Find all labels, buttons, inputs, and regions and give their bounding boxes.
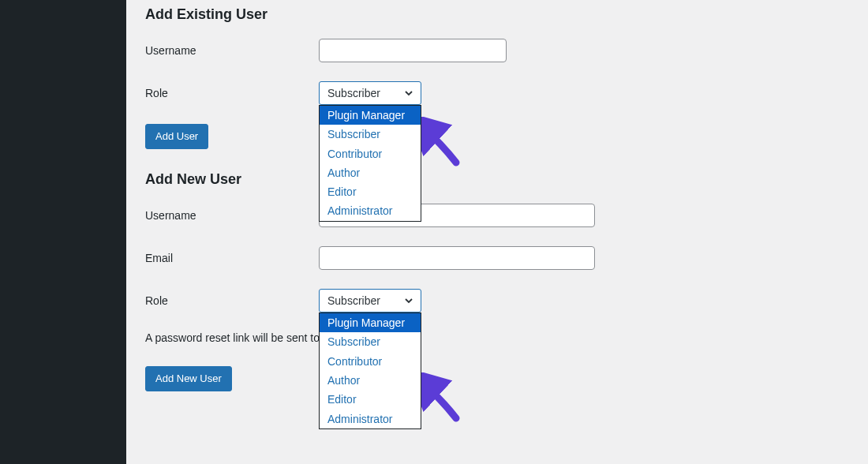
email-input-new[interactable] <box>319 246 595 270</box>
username-row-existing: Username <box>145 39 849 62</box>
role-row-new: Role Subscriber Plugin Manager Subscribe… <box>145 289 849 312</box>
dropdown-option[interactable]: Editor <box>320 182 421 201</box>
role-selected-text-existing: Subscriber <box>327 87 380 99</box>
username-input-existing[interactable] <box>319 39 507 62</box>
username-label-new: Username <box>145 209 319 222</box>
dropdown-option[interactable]: Subscriber <box>320 125 421 144</box>
dropdown-option[interactable]: Administrator <box>320 410 421 428</box>
role-selected-text-new: Subscriber <box>327 294 380 307</box>
dropdown-option[interactable]: Subscriber <box>320 332 421 351</box>
email-row-new: Email <box>145 246 849 270</box>
section-heading-new: Add New User <box>145 171 849 188</box>
role-dropdown-existing: Plugin Manager Subscriber Contributor Au… <box>319 105 421 222</box>
section-heading-existing: Add Existing User <box>145 6 849 23</box>
add-existing-user-section: Add Existing User Username Role Subscrib… <box>145 6 849 149</box>
add-new-user-section: Add New User Username Email Role Subscri… <box>145 171 849 391</box>
role-label-new: Role <box>145 294 319 307</box>
chevron-down-icon <box>403 88 414 99</box>
chevron-down-icon <box>403 295 414 306</box>
role-label-existing: Role <box>145 87 319 99</box>
password-reset-help: A password reset link will be sent to <box>145 331 849 344</box>
role-dropdown-new: Plugin Manager Subscriber Contributor Au… <box>319 312 421 429</box>
role-select-wrap-new: Subscriber Plugin Manager Subscriber Con… <box>319 289 421 312</box>
role-row-existing: Role Subscriber Plugin Manager Subscribe… <box>145 81 849 105</box>
username-label-existing: Username <box>145 44 319 57</box>
role-select-wrap-existing: Subscriber Plugin Manager Subscriber Con… <box>319 81 421 105</box>
main-content: Add Existing User Username Role Subscrib… <box>126 0 868 464</box>
dropdown-option[interactable]: Contributor <box>320 144 421 163</box>
add-new-user-button[interactable]: Add New User <box>145 366 232 391</box>
admin-sidebar <box>0 0 126 464</box>
username-row-new: Username <box>145 204 849 227</box>
dropdown-option[interactable]: Plugin Manager <box>320 106 421 125</box>
role-select-existing[interactable]: Subscriber <box>319 81 421 105</box>
dropdown-option[interactable]: Plugin Manager <box>320 313 421 332</box>
dropdown-option[interactable]: Author <box>320 163 421 182</box>
role-select-new[interactable]: Subscriber <box>319 289 421 312</box>
add-user-button[interactable]: Add User <box>145 124 208 149</box>
dropdown-option[interactable]: Administrator <box>320 201 421 220</box>
email-label-new: Email <box>145 252 319 264</box>
dropdown-option[interactable]: Contributor <box>320 352 421 371</box>
dropdown-option[interactable]: Editor <box>320 390 421 409</box>
dropdown-option[interactable]: Author <box>320 371 421 390</box>
